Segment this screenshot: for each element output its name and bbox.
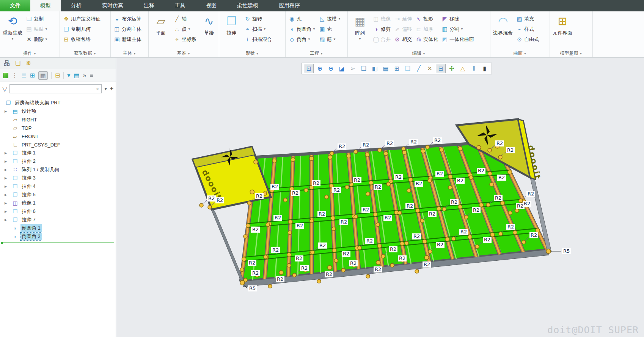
- tree-item-extrude-6[interactable]: ▶❐拉伸 6: [0, 207, 116, 216]
- datum-display-icon[interactable]: ✕: [425, 64, 435, 73]
- expand-arrow-icon[interactable]: ▶: [5, 202, 11, 205]
- open-folder-icon[interactable]: ⊟: [55, 72, 60, 79]
- insertion-indicator[interactable]: [2, 243, 114, 243]
- repaint-icon[interactable]: ◪: [337, 64, 347, 73]
- round-button[interactable]: ◖倒圆角▼: [287, 24, 317, 34]
- annotation-display-icon[interactable]: ⊟: [436, 64, 446, 73]
- tab-applications[interactable]: 应用程序: [269, 0, 310, 11]
- tree-item-extrude-3[interactable]: ▶❐拉伸 3: [0, 174, 116, 182]
- expand-arrow-icon[interactable]: ▶: [5, 185, 11, 188]
- freestyle-button[interactable]: ⊙自由式: [515, 34, 540, 44]
- tree-item-extrude-5[interactable]: ▶❐拉伸 5: [0, 191, 116, 199]
- tab-live-simulation[interactable]: 实时仿真: [92, 0, 134, 11]
- tab-flexible-modeling[interactable]: 柔性建模: [227, 0, 269, 11]
- spin-center-icon[interactable]: ✣: [447, 64, 457, 73]
- solidify-button[interactable]: ⋒实体化: [414, 34, 439, 44]
- expand-arrow-icon[interactable]: ▶: [5, 193, 11, 197]
- expand-arrow-icon[interactable]: ▶: [5, 110, 11, 113]
- refit-icon[interactable]: ⊡: [304, 64, 314, 73]
- new-body-button[interactable]: ▣新建主体: [112, 34, 143, 44]
- quilt-button[interactable]: ◩一体化曲面: [440, 34, 475, 44]
- display-style-icon[interactable]: ❏: [359, 64, 369, 73]
- expand-arrow-icon[interactable]: ▶: [5, 151, 11, 155]
- tab-analysis[interactable]: 分析: [61, 0, 92, 11]
- delete-button[interactable]: ✕删除▼: [24, 34, 49, 44]
- layer-grid-icon[interactable]: ▦: [38, 71, 48, 80]
- capture-icon[interactable]: ⊞: [392, 64, 402, 73]
- shell-button[interactable]: ▣壳: [317, 24, 342, 34]
- show-cube-icon[interactable]: [3, 73, 8, 78]
- tree-filter-icon[interactable]: ▾: [67, 72, 70, 79]
- transparent-box-icon[interactable]: ❑: [403, 64, 413, 73]
- tab-view[interactable]: 视图: [196, 0, 227, 11]
- tree-item-extrude-7[interactable]: ▶❐拉伸 7: [0, 216, 116, 224]
- pattern-button[interactable]: ▦阵列▼: [349, 13, 371, 50]
- favorites-folder-icon[interactable]: ❋: [26, 60, 31, 66]
- tree-columns-icon[interactable]: ⊞: [30, 72, 35, 79]
- section-icon[interactable]: ◧: [370, 64, 380, 73]
- tree-item-round-2[interactable]: ◗倒圆角 2: [0, 232, 116, 241]
- datum-plane-button[interactable]: ▱平面: [150, 13, 171, 50]
- fill-button[interactable]: ▨填充: [515, 14, 540, 24]
- search-input[interactable]: [11, 86, 95, 92]
- split-body-button[interactable]: ◫分割主体: [112, 24, 143, 34]
- ribbon-group-label[interactable]: 操作▼: [0, 50, 60, 57]
- swept-blend-button[interactable]: ≀扫描混合: [243, 34, 273, 44]
- zoom-out-icon[interactable]: ⊖: [326, 64, 336, 73]
- boundary-blend-button[interactable]: ◠边界混合: [492, 13, 514, 50]
- pause-icon[interactable]: ‖: [469, 64, 479, 73]
- tab-model[interactable]: 模型: [30, 0, 61, 11]
- tree-item-extrude-4[interactable]: ▶❐拉伸 4: [0, 182, 116, 191]
- expand-arrow-icon[interactable]: ▶: [5, 210, 11, 213]
- draft-button[interactable]: ◺拔模▼: [317, 14, 342, 24]
- tree-item-part-root[interactable]: ❐厨房海绵块支架.PRT: [0, 99, 116, 107]
- project-button[interactable]: ∿投影: [414, 14, 439, 24]
- shrinkwrap-button[interactable]: ⊟收缩包络: [61, 34, 102, 44]
- expand-arrow-icon[interactable]: ▶: [5, 176, 11, 180]
- search-dropdown-icon[interactable]: ▼: [104, 87, 108, 91]
- regenerate-button[interactable]: ⟲重新生成▼: [2, 13, 24, 50]
- tree-item-round-1[interactable]: ◗倒圆角 1: [0, 224, 116, 232]
- more-chevron-icon[interactable]: »: [83, 72, 86, 79]
- sketch-button[interactable]: ∿草绘: [198, 13, 220, 50]
- view-manager-icon[interactable]: ▤: [381, 64, 391, 73]
- tree-item-extrude-2[interactable]: ▶❐拉伸 2: [0, 157, 116, 165]
- tree-item-extrude-1[interactable]: ▶❐拉伸 1: [0, 149, 116, 157]
- datum-point-button[interactable]: ∴点▼: [172, 24, 198, 34]
- enhanced-realism-icon[interactable]: ➢: [348, 64, 358, 73]
- ribbon-group-label[interactable]: 曲面▼: [490, 50, 550, 57]
- tree-list-icon[interactable]: ≣: [21, 72, 26, 79]
- tree-item-plane-right[interactable]: ▱RIGHT: [0, 115, 116, 124]
- expand-arrow-icon[interactable]: ▶: [5, 160, 11, 163]
- revolve-button[interactable]: ↻旋转: [243, 14, 273, 24]
- copy-button[interactable]: ❏复制: [24, 14, 49, 24]
- add-filter-button[interactable]: +: [110, 85, 113, 92]
- folder-browser-icon[interactable]: ❏: [15, 60, 20, 66]
- divide-button[interactable]: ▥分割▼: [440, 24, 475, 34]
- copy-geometry-button[interactable]: ❏复制几何: [61, 24, 102, 34]
- tree-item-plane-top[interactable]: ▱TOP: [0, 124, 116, 132]
- drag-handle-icon[interactable]: ⋮: [12, 72, 18, 79]
- ribbon-group-label[interactable]: 工程▼: [286, 50, 347, 57]
- sketch-view-icon[interactable]: ╱: [414, 64, 424, 73]
- tab-file[interactable]: 文件: [0, 0, 30, 11]
- perspective-icon[interactable]: △: [458, 64, 468, 73]
- hole-button[interactable]: ◉孔: [287, 14, 317, 24]
- detail-list-icon[interactable]: ≡: [90, 72, 93, 79]
- clear-search-icon[interactable]: ×: [95, 86, 100, 92]
- chamfer-button[interactable]: ◇倒角▼: [287, 34, 317, 44]
- model-tree-icon[interactable]: 品: [4, 60, 10, 66]
- boolean-button[interactable]: ◒布尔运算: [112, 14, 143, 24]
- tree-item-plane-front[interactable]: ▱FRONT: [0, 132, 116, 140]
- intersect-button[interactable]: ⊗相交: [393, 34, 413, 44]
- component-interface-button[interactable]: ⊞元件界面: [551, 13, 573, 50]
- style-button[interactable]: ⌢样式: [515, 24, 540, 34]
- tree-item-design-items[interactable]: ▶▤设计项: [0, 107, 116, 115]
- ribbon-group-label[interactable]: 主体▼: [111, 50, 148, 57]
- expand-arrow-icon[interactable]: ▶: [5, 168, 11, 172]
- extrude-button[interactable]: ❐拉伸: [221, 13, 242, 50]
- ribbon-group-label[interactable]: 基准▼: [149, 50, 219, 57]
- datum-csys-button[interactable]: ⌖坐标系: [172, 34, 198, 44]
- udf-button[interactable]: ❖用户定义特征: [61, 14, 102, 24]
- graphics-area[interactable]: doooitdoooit R2R2R2R2R2R2R2R2R2R2R2R2R2R…: [116, 58, 644, 337]
